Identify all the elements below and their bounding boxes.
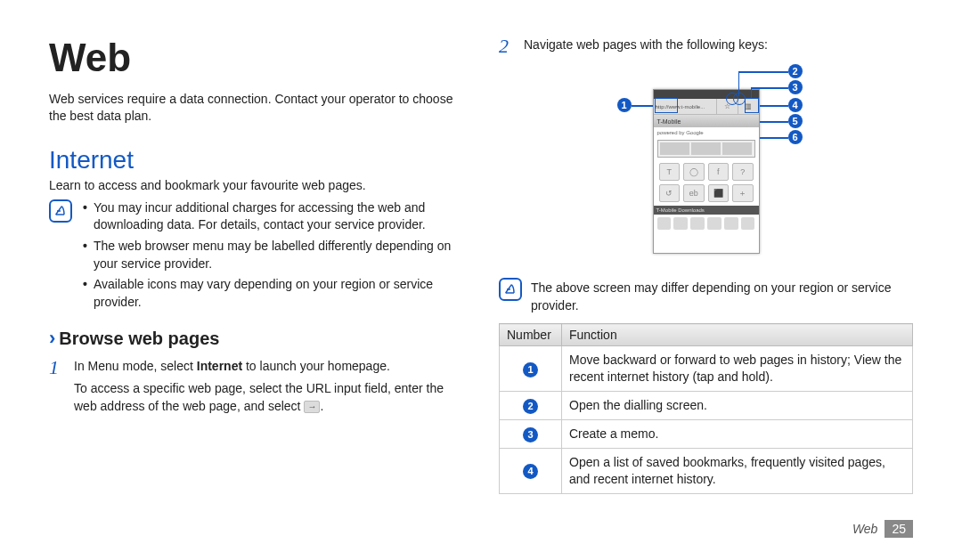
powered-by: powered by Google <box>654 127 759 138</box>
row-function: Open the dialling screen. <box>562 392 913 420</box>
category-bar: T-Mobile Downloads <box>654 206 759 215</box>
note-block-right: The above screen may differ depending on… <box>499 276 913 314</box>
step-body: Navigate web pages with the following ke… <box>524 36 913 57</box>
note-icon <box>49 199 72 223</box>
note-bullet: Available icons may vary depending on yo… <box>81 276 463 311</box>
row-badge: 3 <box>523 427 538 442</box>
step-number: 1 <box>49 357 67 415</box>
function-table: Number Function 1 Move backward or forwa… <box>499 323 913 493</box>
step-number: 2 <box>499 36 517 57</box>
footer-section: Web <box>852 522 878 536</box>
note-bullet: You may incur additional charges for acc… <box>81 199 463 234</box>
category-grid <box>654 215 759 232</box>
app-grid: T◯f? ↺eb⬛＋ <box>654 159 759 206</box>
section-description: Learn to access and bookmark your favour… <box>49 178 463 192</box>
promo-banner <box>657 140 755 158</box>
subhead-browse: › Browse web pages <box>49 327 463 350</box>
right-column: 2 Navigate web pages with the following … <box>499 36 913 502</box>
row-badge: 1 <box>523 362 538 377</box>
note-text: The above screen may differ depending on… <box>531 276 913 314</box>
footer-page: 25 <box>885 520 913 538</box>
row-function: Create a memo. <box>562 420 913 449</box>
chevron-right-icon: › <box>49 327 55 350</box>
row-function: Open a list of saved bookmarks, frequent… <box>562 449 913 494</box>
callout-1: 1 <box>617 98 632 112</box>
step1-bold: Internet <box>197 359 242 373</box>
note-bullet: The web browser menu may be labelled dif… <box>81 238 463 272</box>
carrier-title: T-Mobile <box>654 115 759 127</box>
step-2: 2 Navigate web pages with the following … <box>499 36 913 57</box>
table-row: 3 Create a memo. <box>500 420 913 449</box>
left-column: Web Web services require a data connecti… <box>49 36 463 502</box>
page-footer: Web 25 <box>49 520 913 538</box>
subhead-label: Browse web pages <box>59 329 219 349</box>
callout-3: 3 <box>788 80 803 94</box>
step1-text-a: In Menu mode, select <box>74 359 197 373</box>
callout-2: 2 <box>788 64 803 78</box>
row-function: Move backward or forward to web pages in… <box>562 346 913 392</box>
note-icon <box>499 278 522 301</box>
callout-6: 6 <box>788 130 803 144</box>
note-block: You may incur additional charges for acc… <box>49 198 463 315</box>
phone-screenshot: http://www.t-mobile... ☆ ▥ T-Mobile powe… <box>653 89 760 254</box>
row-badge: 2 <box>523 399 538 414</box>
row-badge: 4 <box>523 464 538 479</box>
step-body: In Menu mode, select Internet to launch … <box>74 357 463 415</box>
table-row: 4 Open a list of saved bookmarks, freque… <box>500 449 913 494</box>
table-row: 1 Move backward or forward to web pages … <box>500 346 913 392</box>
screenshot-diagram: http://www.t-mobile... ☆ ▥ T-Mobile powe… <box>591 62 822 267</box>
section-heading-internet: Internet <box>49 146 463 174</box>
step1-para2-b: . <box>320 399 323 413</box>
go-arrow-icon: → <box>304 401 320 413</box>
table-header-function: Function <box>562 324 913 346</box>
step1-para2-a: To access a specific web page, select th… <box>74 381 444 413</box>
callout-4: 4 <box>788 98 803 112</box>
step1-text-b: to launch your homepage. <box>242 359 390 373</box>
step-1: 1 In Menu mode, select Internet to launc… <box>49 357 463 415</box>
table-row: 2 Open the dialling screen. <box>500 392 913 420</box>
note-bullets: You may incur additional charges for acc… <box>81 198 463 315</box>
table-header-number: Number <box>500 324 562 346</box>
callout-5: 5 <box>788 114 803 128</box>
intro-text: Web services require a data connection. … <box>49 91 463 125</box>
page-title: Web <box>49 36 463 80</box>
